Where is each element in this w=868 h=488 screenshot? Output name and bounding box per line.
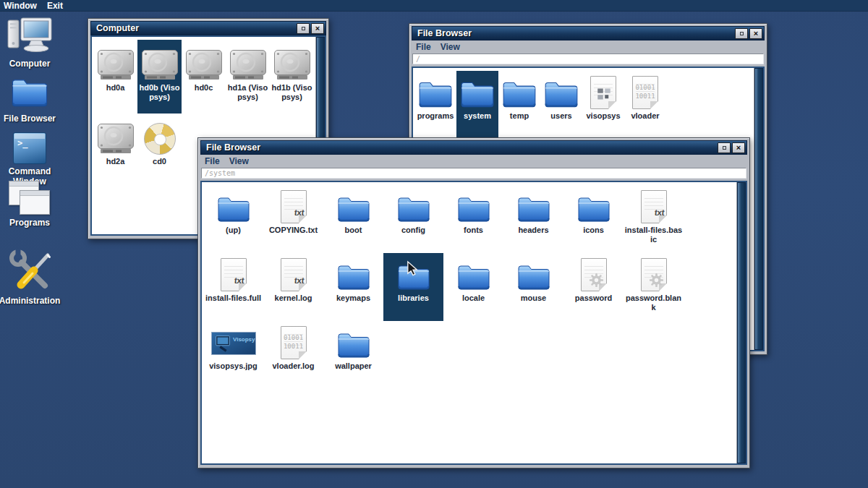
computer-window-titlebar[interactable]: Computer × [90, 21, 326, 35]
folder-item-boot[interactable]: boot [323, 185, 383, 253]
desktop-icon-file-browser[interactable]: File Browser [0, 74, 59, 124]
folder-icon [336, 255, 372, 291]
file-item-label: install-files.full [205, 294, 261, 303]
minimize-button[interactable] [718, 142, 731, 153]
menu-exit[interactable]: Exit [47, 1, 63, 11]
file-item-hd1a-visopsys[interactable]: hd1a (Visopsys) [226, 40, 270, 114]
folder-item-locale[interactable]: locale [443, 253, 503, 321]
gear-icon [641, 255, 667, 291]
menu-view[interactable]: View [441, 42, 460, 52]
file-item-hd0c[interactable]: hd0c [182, 40, 226, 114]
file-item-label: boot [345, 226, 362, 235]
folder-item-wallpaper[interactable]: wallpaper [323, 321, 383, 389]
file-browser-system-titlebar[interactable]: File Browser × [200, 140, 747, 155]
file-browser-root-titlebar[interactable]: File Browser × [412, 26, 765, 40]
folder-item-fonts[interactable]: fonts [443, 185, 503, 253]
folder-item-config[interactable]: config [383, 185, 443, 253]
file-item-label: mouse [521, 294, 546, 303]
file-item-visopsys[interactable]: visopsys [582, 71, 624, 140]
window-title: File Browser [417, 28, 733, 38]
file-item-label: locale [462, 294, 485, 303]
terminal-icon: >_ [13, 132, 46, 164]
file-item-label: keymaps [336, 294, 370, 303]
folder-icon [459, 73, 496, 109]
system-file-list: (up)txtCOPYING.txt boot config fonts hea… [202, 182, 736, 463]
file-item-label: hd0a [106, 83, 125, 93]
window-title: File Browser [206, 142, 716, 153]
file-item-label: hd0b (Visopsys) [138, 83, 181, 102]
file-item-kernel-log[interactable]: txtkernel.log [263, 253, 323, 321]
menu-window[interactable]: Window [4, 1, 37, 11]
file-item-install-files-full[interactable]: txtinstall-files.full [203, 253, 263, 321]
folder-item-icons[interactable]: icons [563, 185, 624, 253]
address-bar[interactable] [201, 168, 746, 179]
file-item-label: install-files.basic [624, 226, 683, 244]
folder-icon [336, 187, 372, 223]
address-bar[interactable] [412, 53, 764, 64]
minimize-button[interactable] [297, 23, 310, 34]
folder-item-programs[interactable]: programs [414, 71, 456, 140]
file-item-password-blank[interactable]: password.blank [624, 253, 684, 321]
folder-item-system[interactable]: system [456, 71, 498, 140]
desktop-icon-command-window[interactable]: >_Command Window [0, 132, 59, 187]
folder-icon [396, 187, 432, 223]
file-item-cd0[interactable]: cd0 [137, 114, 182, 187]
folder-item-temp[interactable]: temp [498, 71, 540, 140]
folder-item-up[interactable]: (up) [203, 185, 263, 253]
txt-icon: txt [641, 187, 667, 223]
window-menubar: File View [200, 155, 747, 168]
file-item-vloader[interactable]: 01001 10011vloader [624, 71, 666, 140]
desktop-icon-programs[interactable]: Programs [0, 181, 59, 228]
binary-icon: 01001 10011 [281, 323, 307, 359]
file-item-label: visopsys.jpg [209, 361, 258, 371]
file-item-label: wallpaper [335, 361, 372, 371]
vertical-scrollbar[interactable] [736, 182, 746, 463]
desktop-icon-administration[interactable]: Administration [0, 249, 59, 306]
minimize-icon [723, 146, 726, 150]
desktop-icon-label: Administration [0, 296, 60, 306]
file-item-password[interactable]: password [563, 253, 624, 321]
file-item-label: programs [417, 111, 454, 121]
top-menubar: WindowExit [0, 0, 868, 12]
window-title: Computer [96, 23, 295, 33]
scrollbar-thumb[interactable] [737, 182, 746, 463]
close-button[interactable]: × [311, 23, 324, 34]
file-item-label: hd1b (Visopsys) [271, 83, 313, 102]
menu-file[interactable]: File [416, 42, 431, 52]
minimize-button[interactable] [735, 28, 748, 39]
close-button[interactable]: × [749, 28, 762, 39]
folder-item-mouse[interactable]: mouse [503, 253, 563, 321]
file-item-hd2a[interactable]: hd2a [93, 114, 137, 187]
exec-icon [590, 73, 616, 109]
folder-item-keymaps[interactable]: keymaps [323, 253, 383, 321]
file-item-label: cd0 [153, 157, 166, 166]
scrollbar-thumb[interactable] [754, 68, 763, 350]
file-item-visopsys-jpg[interactable]: Visopsysvisopsys.jpg [203, 321, 263, 389]
file-item-label: password.blank [624, 294, 683, 312]
desktop-icon-computer[interactable]: Computer [0, 16, 59, 69]
cd-icon [144, 116, 176, 155]
file-item-label: fonts [464, 226, 483, 235]
image-icon: Visopsys [211, 323, 256, 359]
menu-file[interactable]: File [205, 156, 220, 166]
file-item-label: users [550, 111, 571, 121]
file-item-vloader-log[interactable]: 01001 10011vloader.log [263, 321, 323, 389]
folder-item-headers[interactable]: headers [503, 185, 563, 253]
close-button[interactable]: × [732, 142, 745, 153]
file-item-hd0b-visopsys[interactable]: hd0b (Visopsys) [137, 40, 182, 114]
file-item-copying-txt[interactable]: txtCOPYING.txt [263, 185, 323, 253]
hdd-icon [141, 42, 179, 81]
windows-icon [9, 181, 51, 215]
file-item-install-files-basic[interactable]: txtinstall-files.basic [624, 185, 684, 253]
file-item-label: config [401, 226, 425, 235]
file-item-hd1b-visopsys[interactable]: hd1b (Visopsys) [270, 40, 314, 114]
hdd-icon [229, 42, 267, 81]
hdd-icon [273, 42, 311, 81]
menu-view[interactable]: View [229, 156, 249, 166]
minimize-icon [302, 27, 305, 30]
vertical-scrollbar[interactable] [754, 68, 763, 350]
file-browser-system-window: File Browser × File View (up)txtCOPYING.… [197, 137, 750, 468]
file-item-label: COPYING.txt [269, 226, 318, 235]
folder-item-users[interactable]: users [540, 71, 582, 140]
file-item-hd0a[interactable]: hd0a [93, 40, 137, 114]
